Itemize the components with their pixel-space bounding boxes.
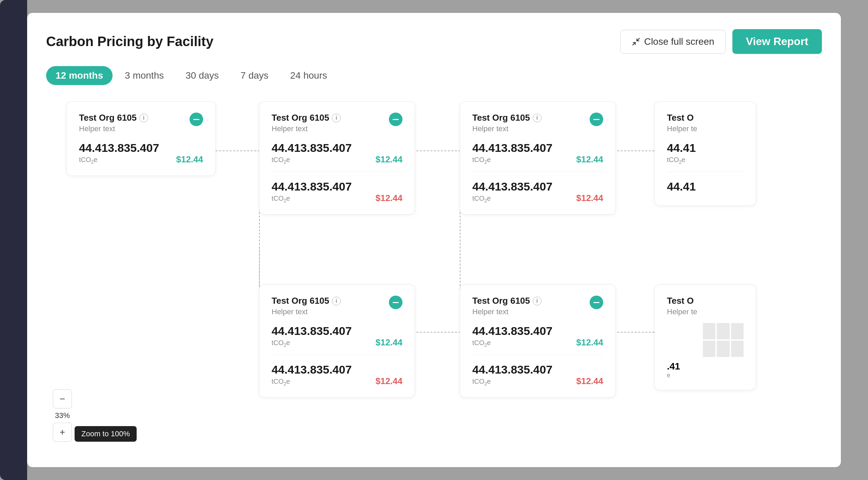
card-6-divider <box>472 355 603 355</box>
card-3-title: Test Org 6105 i <box>472 113 541 123</box>
card-7-helper: Helper te <box>667 307 697 316</box>
card-3-node <box>590 113 603 126</box>
left-sidebar <box>0 0 27 480</box>
card-5-metric-2: 44.413.835.407 tCO2e $12.44 <box>272 363 402 386</box>
card-7-value-partial: .41 <box>667 361 744 372</box>
card-1-header: Test Org 6105 i Helper text <box>79 113 203 133</box>
card-6-node-minus <box>593 302 599 303</box>
modal-title: Carbon Pricing by Facility <box>46 34 213 49</box>
card-3-price-1: $12.44 <box>576 154 603 165</box>
tab-30-days[interactable]: 30 days <box>176 66 228 85</box>
card-4-value-2: 44.41 <box>667 180 696 193</box>
facility-card-1: Test Org 6105 i Helper text 44.413.835.4… <box>66 101 216 176</box>
card-2-info-icon[interactable]: i <box>332 114 341 122</box>
connector-h-5-6 <box>416 332 460 333</box>
card-7-unit-partial: e <box>667 372 744 379</box>
card-6-info-icon[interactable]: i <box>533 297 541 305</box>
card-2-header: Test Org 6105 i Helper text <box>272 113 402 133</box>
zoom-tooltip: Zoom to 100% <box>75 426 137 442</box>
card-3-helper: Helper text <box>472 124 541 133</box>
card-2-metric-1: 44.413.835.407 tCO2e $12.44 <box>272 141 402 165</box>
card-5-title: Test Org 6105 i <box>272 296 341 306</box>
connector-h-1-2 <box>216 151 260 151</box>
card-2-node <box>389 113 402 126</box>
card-5-metric-1: 44.413.835.407 tCO2e $12.44 <box>272 324 402 348</box>
card-1-value-1: 44.413.835.407 <box>79 141 159 155</box>
card-5-title-group: Test Org 6105 i Helper text <box>272 296 341 316</box>
grid-cell-4 <box>703 341 715 357</box>
zoom-in-button[interactable]: + <box>53 423 72 442</box>
card-2-value-1: 44.413.835.407 <box>272 141 352 155</box>
zoom-out-button[interactable]: − <box>53 389 72 408</box>
card-6-price-2: $12.44 <box>576 376 603 386</box>
tab-7-days[interactable]: 7 days <box>231 66 278 85</box>
card-5-node <box>389 296 402 309</box>
card-5-price-2: $12.44 <box>375 376 402 386</box>
card-6-unit-2: tCO2e <box>472 378 552 386</box>
close-fullscreen-label: Close full screen <box>644 36 714 47</box>
card-5-info-icon[interactable]: i <box>332 297 341 305</box>
connector-h-6-7 <box>617 332 654 333</box>
card-1-node <box>190 113 203 126</box>
canvas-area: Test Org 6105 i Helper text 44.413.835.4… <box>46 101 822 462</box>
card-4-value-1: 44.41 <box>667 141 696 155</box>
compress-icon <box>631 37 641 46</box>
view-report-button[interactable]: View Report <box>732 29 822 54</box>
card-4-unit-1: tCO2e <box>667 156 696 165</box>
card-3-unit-1: tCO2e <box>472 156 552 165</box>
card-6-title-group: Test Org 6105 i Helper text <box>472 296 541 316</box>
card-1-title-group: Test Org 6105 i Helper text <box>79 113 148 133</box>
connector-h-3-4 <box>617 151 654 151</box>
card-3-price-2: $12.44 <box>576 193 603 203</box>
card-5-divider <box>272 355 402 355</box>
card-1-helper: Helper text <box>79 124 148 133</box>
card-2-node-minus <box>393 119 399 120</box>
facility-card-6: Test Org 6105 i Helper text 44.413.835.4… <box>460 284 616 398</box>
card-4-divider <box>667 172 744 172</box>
zoom-percent: 33% <box>55 410 70 421</box>
card-2-metric-2: 44.413.835.407 tCO2e $12.44 <box>272 180 402 203</box>
card-7-header: Test O Helper te <box>667 296 744 316</box>
zoom-controls: − 33% + <box>53 389 72 442</box>
card-2-title-group: Test Org 6105 i Helper text <box>272 113 341 133</box>
card-4-title: Test O <box>667 113 697 123</box>
facility-card-4-partial: Test O Helper te 44.41 tCO2e 44.41 <box>654 101 756 206</box>
card-4-metric-1: 44.41 tCO2e <box>667 141 744 165</box>
card-5-price-1: $12.44 <box>375 337 402 348</box>
card-1-metric-1: 44.413.835.407 tCO2e $12.44 <box>79 141 203 165</box>
card-5-value-2: 44.413.835.407 <box>272 363 352 376</box>
grid-cell-6 <box>731 341 744 357</box>
grid-placeholder <box>703 323 744 357</box>
card-5-unit-1: tCO2e <box>272 339 352 348</box>
grid-cell-5 <box>717 341 729 357</box>
facility-card-3: Test Org 6105 i Helper text 44.413.835.4… <box>460 101 616 215</box>
header-actions: Close full screen View Report <box>620 29 822 54</box>
card-3-info-icon[interactable]: i <box>533 114 541 122</box>
card-7-grid-area <box>667 323 744 357</box>
card-6-title: Test Org 6105 i <box>472 296 541 306</box>
grid-cell-3 <box>731 323 744 339</box>
card-5-value-1: 44.413.835.407 <box>272 324 352 338</box>
facility-card-7-partial: Test O Helper te . <box>654 284 756 390</box>
tab-24-hours[interactable]: 24 hours <box>281 66 337 85</box>
card-2-helper: Helper text <box>272 124 341 133</box>
tab-3-months[interactable]: 3 months <box>115 66 173 85</box>
card-6-header: Test Org 6105 i Helper text <box>472 296 603 316</box>
card-4-title-group: Test O Helper te <box>667 113 697 133</box>
card-3-unit-2: tCO2e <box>472 195 552 203</box>
card-1-title: Test Org 6105 i <box>79 113 148 123</box>
grid-cell-1 <box>703 323 715 339</box>
tab-12-months[interactable]: 12 months <box>46 66 113 85</box>
card-4-header: Test O Helper te <box>667 113 744 133</box>
card-2-unit-1: tCO2e <box>272 156 352 165</box>
card-2-divider <box>272 172 402 172</box>
close-fullscreen-button[interactable]: Close full screen <box>620 30 726 54</box>
card-6-unit-1: tCO2e <box>472 339 552 348</box>
card-3-title-group: Test Org 6105 i Helper text <box>472 113 541 133</box>
card-3-header: Test Org 6105 i Helper text <box>472 113 603 133</box>
connector-h-2-3 <box>416 151 460 151</box>
card-3-metric-1: 44.413.835.407 tCO2e $12.44 <box>472 141 603 165</box>
card-1-info-icon[interactable]: i <box>139 114 148 122</box>
card-1-node-minus <box>193 119 199 120</box>
card-2-value-2: 44.413.835.407 <box>272 180 352 193</box>
